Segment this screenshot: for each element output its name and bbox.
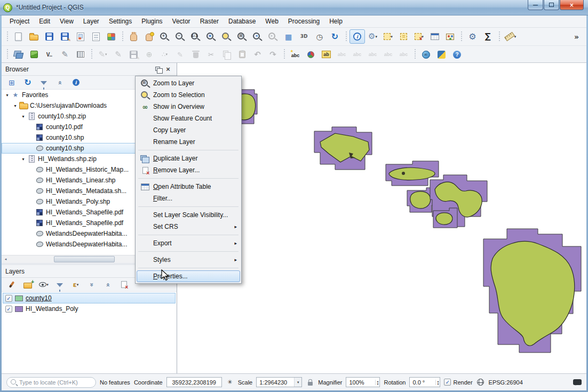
remove-layer-button[interactable] [118, 279, 129, 290]
metasearch-button[interactable] [418, 47, 434, 62]
context-menu-item-duplicate-layer[interactable]: Duplicate Layer [137, 153, 240, 164]
menu-web[interactable]: Web [260, 16, 283, 27]
close-button[interactable]: × [560, 0, 584, 10]
measure-line-button[interactable]: ▾ [503, 29, 518, 44]
magnifier-spinbox[interactable]: 100% ▴▾ [346, 377, 380, 387]
select-features-button[interactable]: ▾ [380, 29, 396, 44]
new-shapefile-layer-button[interactable]: V.. [42, 47, 57, 62]
menu-settings[interactable]: Settings [104, 16, 137, 27]
statistical-summary-button[interactable]: ∑ [480, 29, 496, 44]
zoom-to-layer-button[interactable]: ▤ [234, 29, 250, 44]
expander-icon[interactable]: ▾ [4, 93, 11, 98]
dropdown-arrow-icon[interactable]: ▾ [105, 52, 107, 57]
layer-diagram-options-button[interactable] [303, 47, 319, 62]
new-map-view-button[interactable]: ▦ [281, 29, 296, 44]
spinner-arrows-icon[interactable]: ▴▾ [375, 380, 379, 385]
zoom-native-button[interactable]: 1:1 [188, 29, 203, 44]
save-project-as-button[interactable]: ✎ [57, 29, 73, 44]
menu-plugins[interactable]: Plugins [137, 16, 167, 27]
new-geopackage-layer-button[interactable] [26, 47, 42, 62]
maximize-button[interactable] [544, 0, 559, 10]
menu-edit[interactable]: Edit [34, 16, 55, 27]
new-project-button[interactable] [11, 29, 26, 44]
crs-label[interactable]: EPSG:26904 [489, 379, 523, 386]
messages-button[interactable] [573, 379, 582, 385]
properties-widget-button[interactable]: i [70, 77, 81, 88]
locate-box[interactable]: Type to locate (Ctrl+K) [6, 377, 96, 388]
filter-browser-button[interactable] [38, 77, 49, 88]
deselect-features-button[interactable]: ▾ [411, 29, 427, 44]
expander-icon[interactable]: ▾ [20, 157, 27, 162]
highlight-pinned-labels-button[interactable]: ab [319, 47, 334, 62]
field-calculator-button[interactable] [442, 29, 458, 44]
menu-database[interactable]: Database [224, 16, 260, 27]
context-menu-item-remove-layer[interactable]: Remove Layer... [137, 164, 240, 176]
pan-map-button[interactable] [126, 29, 141, 44]
context-menu-item-zoom-to-layer[interactable]: ▤Zoom to Layer [137, 77, 240, 89]
expander-icon[interactable]: ▾ [20, 114, 27, 119]
save-project-button[interactable] [42, 29, 57, 44]
context-menu-item-export[interactable]: Export▸ [137, 237, 240, 249]
context-menu-item-show-in-overview[interactable]: ∞Show in Overview [137, 101, 240, 113]
context-menu-item-properties[interactable]: Properties... [137, 270, 240, 282]
titlebar[interactable]: Q *Untitled Project - QGIS [0, 0, 588, 15]
zoom-in-button[interactable]: + [157, 29, 172, 44]
filter-by-expression-button[interactable]: ε▾ [70, 279, 81, 290]
expander-icon[interactable]: ▾ [12, 103, 19, 108]
layer-visibility-checkbox[interactable]: ✓ [5, 295, 12, 302]
open-layer-styling-button[interactable] [6, 279, 17, 290]
context-menu-item-styles[interactable]: Styles▸ [137, 254, 240, 266]
context-menu-item-copy-layer[interactable]: Copy Layer [137, 124, 240, 136]
refresh-map-button[interactable]: ↻ [327, 29, 343, 44]
help-button[interactable]: ? [449, 47, 465, 62]
zoom-out-button[interactable]: − [172, 29, 188, 44]
render-checkbox[interactable]: ✓ [444, 379, 451, 386]
scrollbar-thumb[interactable] [54, 256, 114, 262]
layer-visibility-checkbox[interactable]: ✓ [5, 306, 12, 313]
menu-layer[interactable]: Layer [78, 16, 104, 27]
filter-legend-button[interactable] [54, 279, 65, 290]
open-data-source-manager-button[interactable] [11, 47, 26, 62]
rotation-spinbox[interactable]: 0.0 ° ▴▾ [409, 377, 440, 387]
context-menu-item-show-feature-count[interactable]: Show Feature Count [137, 113, 240, 124]
dropdown-arrow-icon[interactable]: ▾ [391, 35, 393, 39]
menu-help[interactable]: Help [324, 16, 347, 27]
context-menu-item-filter[interactable]: Filter... [137, 193, 240, 204]
open-attribute-table-button[interactable] [427, 29, 442, 44]
refresh-browser-button[interactable]: ↻ [22, 77, 33, 88]
pan-to-selection-button[interactable] [141, 29, 157, 44]
coordinate-input[interactable] [166, 377, 222, 387]
dropdown-arrow-icon[interactable]: ▾ [77, 283, 79, 287]
scroll-left-icon[interactable]: ◂ [2, 257, 10, 261]
context-menu-item-set-layer-scale-visibility[interactable]: Set Layer Scale Visibility... [137, 209, 240, 221]
menu-view[interactable]: View [55, 16, 78, 27]
scale-combo[interactable]: 1:2964230 ▾ [256, 377, 302, 387]
menu-processing[interactable]: Processing [283, 16, 324, 27]
identify-features-button[interactable]: i [349, 29, 365, 44]
minimize-button[interactable]: — [528, 0, 543, 10]
extents-icon[interactable]: ✳ [226, 379, 234, 386]
lock-scale-icon[interactable] [306, 379, 314, 386]
layer-labeling-options-button[interactable]: abc [288, 47, 303, 62]
crs-icon[interactable] [476, 379, 485, 386]
spinner-arrows-icon[interactable]: ▴▾ [435, 380, 440, 385]
layer-item-county10[interactable]: ✓county10 [3, 293, 176, 303]
zoom-full-button[interactable]: ◈ [203, 29, 219, 44]
new-print-layout-button[interactable] [73, 29, 88, 44]
add-group-button[interactable] [22, 279, 33, 290]
context-menu-item-open-attribute-table[interactable]: Open Attribute Table [137, 181, 240, 193]
menu-project[interactable]: Project [5, 16, 34, 27]
manage-map-themes-button[interactable]: ▾ [38, 279, 49, 290]
zoom-to-selection-button[interactable] [219, 29, 234, 44]
chevron-down-icon[interactable]: ▾ [294, 378, 301, 387]
show-layout-manager-button[interactable] [88, 29, 104, 44]
layer-item-hi-wetlands-poly[interactable]: ✓HI_Wetlands_Poly [3, 303, 176, 314]
new-3d-map-view-button[interactable]: 3D [296, 29, 312, 44]
style-manager-button[interactable] [104, 29, 119, 44]
menu-raster[interactable]: Raster [195, 16, 224, 27]
context-menu-item-zoom-to-selection[interactable]: Zoom to Selection [137, 89, 240, 101]
context-menu-item-set-crs[interactable]: Set CRS▸ [137, 221, 240, 233]
collapse-all-layers-button[interactable]: » [102, 279, 113, 290]
float-panel-button[interactable] [154, 65, 163, 74]
run-feature-action-button[interactable]: ⚙▾ [365, 29, 380, 44]
